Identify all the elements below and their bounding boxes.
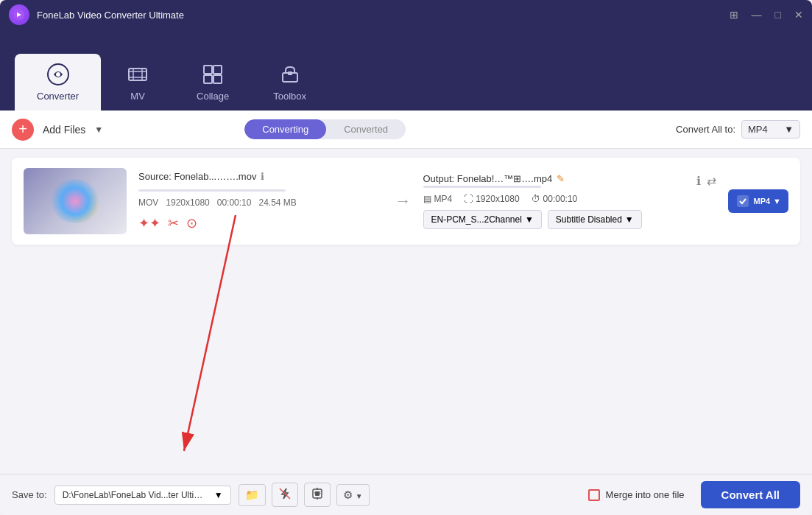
converting-tab[interactable]: Converting [244,119,326,139]
app-title: FoneLab Video Converter Ultimate [37,10,730,21]
maximize-button[interactable]: □ [775,10,781,20]
tab-converter[interactable]: Converter [15,54,101,111]
output-info-icon[interactable]: ℹ [696,174,701,188]
audio-track-value: EN-PCM_S...2Channel [431,214,522,225]
content-area: Source: Fonelab...…….mov ℹ MOV 1920x1080… [0,149,812,474]
output-resolution-icon: ⛶ [464,194,473,204]
add-files-dropdown-arrow[interactable]: ▼ [94,125,103,135]
tab-collage[interactable]: Collage [174,54,251,111]
hardware-accel-button[interactable]: OFF [304,483,331,507]
output-format-icon: ▤ [423,194,431,204]
format-selected-value: MP4 [748,124,768,135]
app-window: FoneLab Video Converter Ultimate ⊞ — □ ✕… [0,0,812,515]
window-controls: ⊞ — □ ✕ [730,10,803,20]
output-duration-item: ⏱ 00:00:10 [532,194,578,204]
save-path-text: D:\FoneLab\FoneLab Vid...ter Ultimate\Co… [63,490,210,500]
output-path-section: Output: Fonelab!…™⊞….mp4 ✎ [423,173,565,188]
tab-converter-label: Converter [37,91,79,102]
subtitle-dropdown[interactable]: Subtitle Disabled ▼ [548,210,642,229]
file-thumbnail [24,168,127,234]
subtitle-value: Subtitle Disabled [556,214,622,225]
add-files-plus-button[interactable]: + [12,119,34,141]
source-duration: 00:00:10 [217,197,252,208]
flash-off-button[interactable] [272,483,298,507]
convert-arrow: → [395,192,412,211]
convert-all-to-label: Convert All to: [676,124,735,135]
title-bar: FoneLab Video Converter Ultimate ⊞ — □ ✕ [0,0,812,29]
convert-all-to-section: Convert All to: MP4 ▼ [676,120,800,139]
palette-icon[interactable]: ⊙ [186,215,197,231]
format-badge-label: MP4 [753,197,770,206]
settings-more-button[interactable]: ⚙ ▼ [336,484,370,506]
svg-point-2 [56,72,60,77]
output-duration-icon: ⏱ [532,194,540,204]
svg-text:OFF: OFF [314,491,322,495]
output-meta: ▤ MP4 ⛶ 1920x1080 ⏱ 00:00:10 [423,194,717,204]
svg-rect-4 [204,66,212,74]
thumbnail-splash [49,179,101,223]
svg-rect-5 [213,66,222,74]
subtitle-arrow: ▼ [625,214,634,225]
svg-rect-9 [288,71,292,75]
merge-checkbox[interactable] [588,489,600,501]
source-format: MOV [138,197,158,208]
audio-track-arrow: ▼ [525,214,534,225]
tab-toolbox[interactable]: Toolbox [251,54,328,111]
format-badge-arrow[interactable]: ▼ [773,197,781,206]
app-logo [9,4,29,25]
thumbnail-image [24,168,127,234]
toolbar: + Add Files ▼ Converting Converted Conve… [0,111,812,149]
converting-converted-tabs: Converting Converted [244,119,406,139]
output-format-item: ▤ MP4 [423,194,453,204]
output-dropdowns: EN-PCM_S...2Channel ▼ Subtitle Disabled … [423,210,717,229]
source-path: Source: Fonelab...…….mov ℹ [138,171,384,182]
output-format-value: MP4 [434,194,453,204]
edit-output-icon[interactable]: ✎ [557,173,565,184]
output-header: Output: Fonelab!…™⊞….mp4 ✎ ℹ ⇄ [423,173,717,188]
save-path-dropdown-arrow[interactable]: ▼ [214,490,223,500]
save-path-selector[interactable]: D:\FoneLab\FoneLab Vid...ter Ultimate\Co… [54,486,231,505]
source-meta: MOV 1920x1080 00:00:10 24.54 MB [138,197,384,208]
format-badge[interactable]: MP4 ▼ [728,189,788,213]
output-duration-value: 00:00:10 [543,194,578,204]
svg-rect-7 [213,75,222,83]
svg-rect-6 [204,75,212,83]
open-folder-button[interactable]: 📁 [239,484,266,506]
source-info: Source: Fonelab...…….mov ℹ MOV 1920x1080… [138,171,384,231]
tab-mv[interactable]: MV [101,54,174,111]
svg-rect-10 [737,195,749,207]
output-path-text: Output: Fonelab!…™⊞….mp4 [423,173,553,184]
convert-all-button[interactable]: Convert All [701,481,800,508]
captions-button[interactable]: ⊞ [730,10,738,20]
output-controls: ℹ ⇄ [696,174,716,188]
add-files-label[interactable]: Add Files [43,124,85,136]
audio-track-dropdown[interactable]: EN-PCM_S...2Channel ▼ [423,210,542,229]
tab-toolbox-label: Toolbox [273,91,306,102]
output-progress-bar [423,186,541,188]
source-resolution: 1920x1080 [166,197,209,208]
trim-icon[interactable]: ✂ [168,215,179,231]
source-size: 24.54 MB [258,197,296,208]
minimize-button[interactable]: — [752,10,762,20]
file-actions: ✦ ✂ ⊙ [138,215,384,231]
output-resolution-item: ⛶ 1920x1080 [464,194,519,204]
effects-icon[interactable]: ✦ [138,215,160,231]
tab-mv-label: MV [130,91,145,102]
source-info-icon[interactable]: ℹ [261,171,264,182]
close-button[interactable]: ✕ [794,10,803,20]
file-item: Source: Fonelab...…….mov ℹ MOV 1920x1080… [12,158,800,245]
source-progress-bar [138,189,286,192]
converted-tab[interactable]: Converted [326,119,406,139]
output-settings-icon[interactable]: ⇄ [707,174,716,188]
format-dropdown-arrow: ▼ [784,124,794,135]
source-path-text: Source: Fonelab...…….mov [138,171,256,182]
output-info: Output: Fonelab!…™⊞….mp4 ✎ ℹ ⇄ ▤ MP4 [423,173,717,229]
save-to-label: Save to: [12,489,47,500]
svg-rect-3 [129,69,146,80]
merge-label: Merge into one file [606,489,685,500]
format-selector[interactable]: MP4 ▼ [741,120,800,139]
merge-section: Merge into one file [588,489,685,501]
bottom-bar: Save to: D:\FoneLab\FoneLab Vid...ter Ul… [0,474,812,515]
tab-collage-label: Collage [197,91,229,102]
output-path: Output: Fonelab!…™⊞….mp4 ✎ [423,173,565,184]
